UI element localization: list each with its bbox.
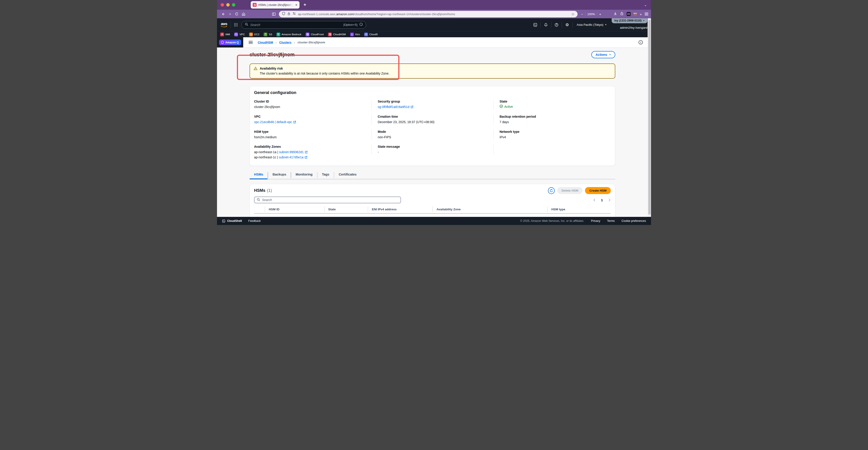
security-group-link[interactable]: sg-0f0fb8f1a816a951d (378, 105, 409, 109)
window-close-button[interactable] (221, 3, 224, 6)
bookmark-cloudfront[interactable]: CloudFront (306, 33, 324, 36)
browser-toolbar: ap-northeast-1.console.aws.amazon.com/cl… (217, 10, 651, 18)
cookie-preferences-link[interactable]: Cookie preferences (622, 219, 646, 223)
refresh-button[interactable] (548, 187, 555, 194)
actions-button[interactable]: Actions▼ (591, 51, 615, 58)
vertical-scrollbar[interactable] (648, 18, 651, 217)
external-link-icon (293, 121, 296, 124)
search-icon (245, 23, 248, 27)
bookmark-ec2[interactable]: EC2 (249, 33, 259, 36)
services-grid-icon[interactable] (234, 23, 238, 27)
field-label: Cluster ID (254, 100, 372, 103)
bookmark-cloudhsm[interactable]: CloudHSM (328, 33, 346, 36)
field-label: Security group (378, 100, 493, 103)
privacy-link[interactable]: Privacy (591, 219, 600, 223)
cloudhsm-icon (328, 33, 332, 36)
downloads-icon[interactable] (614, 12, 617, 16)
hsms-search[interactable] (254, 196, 401, 203)
column-header-az[interactable]: Availability Zone (432, 206, 547, 212)
new-tab-button[interactable]: + (304, 2, 306, 7)
console-search-input[interactable] (250, 23, 341, 27)
window-minimize-button[interactable] (226, 3, 230, 6)
aws-logo[interactable]: aws (221, 22, 227, 28)
aws-extension-icon[interactable]: aws (633, 12, 637, 15)
permissions-icon[interactable] (292, 12, 296, 16)
cloudfront-icon (306, 33, 309, 36)
bookmark-cloud9[interactable]: Cloud9 (364, 33, 377, 36)
tab-monitoring[interactable]: Monitoring (291, 172, 317, 179)
browser-tab[interactable]: HSMs | cluster-2licvj5jnom | Clo ✕ (251, 1, 300, 8)
back-icon[interactable] (220, 11, 226, 17)
tab-close-icon[interactable]: ✕ (295, 3, 298, 6)
side-nav-hamburger-icon[interactable] (249, 40, 253, 45)
scrollbar-thumb[interactable] (648, 20, 651, 215)
az-line-1: ap-northeast-1a | subnet-999362d1 (254, 150, 372, 155)
bookmark-vpc[interactable]: VPC (234, 33, 245, 36)
bookmark-s3[interactable]: S3 (264, 33, 272, 36)
page-previous-icon[interactable] (593, 198, 596, 202)
toolbar-right-icons: aws » (614, 12, 648, 16)
hsms-search-input[interactable] (262, 198, 398, 202)
bookmark-iam[interactable]: IAM (220, 33, 230, 36)
page-number[interactable]: 1 (601, 198, 603, 202)
subnet-link[interactable]: subnet-999362d1 (279, 150, 304, 154)
cloud9-icon (364, 33, 368, 36)
tab-hsms[interactable]: HSMs (250, 172, 268, 179)
share-icon[interactable] (620, 12, 624, 16)
info-icon[interactable]: i (639, 40, 643, 44)
sidebar-toggle-icon[interactable] (270, 11, 277, 17)
breadcrumb: CloudHSM › Clusters › cluster-2licvj5jno… (258, 40, 325, 44)
region-selector[interactable]: Asia Pacific (Tokyo)▼ (572, 18, 611, 31)
column-header-hsm-id[interactable]: HSM ID (265, 206, 324, 212)
reload-icon[interactable] (233, 11, 240, 17)
tab-backups[interactable]: Backups (268, 172, 291, 179)
page-next-icon[interactable] (608, 198, 611, 202)
help-icon[interactable] (551, 18, 562, 31)
aws-top-nav: aws [Option+S] ⚙ Asia Pacific (Tokyo)▼ (217, 18, 651, 31)
vpc-link[interactable]: vpc-21ecd846 | default-vpc (254, 120, 292, 124)
column-header-state[interactable]: State (324, 206, 368, 212)
zoom-out-icon[interactable]: − (581, 12, 583, 16)
amazon-q-button[interactable]: Amazon Q (219, 39, 241, 45)
bookmark-kiro[interactable]: Kiro (350, 33, 360, 36)
create-hsm-button[interactable]: Create HSM (585, 187, 611, 194)
shield-icon[interactable] (282, 12, 285, 16)
zoom-level[interactable]: 100% (587, 12, 595, 16)
bookmark-star-icon[interactable]: ☆ (571, 12, 575, 16)
row-radio-button[interactable] (257, 217, 258, 217)
cluster-id-value: cluster-2licvj5jnom (254, 105, 372, 109)
more-tools-icon[interactable]: » (640, 12, 642, 16)
tab-tags[interactable]: Tags (317, 172, 334, 179)
console-footer: CloudShell Feedback © 2025, Amazon Web S… (217, 217, 651, 225)
detail-tabs: HSMs Backups Monitoring Tags Certificate… (250, 172, 615, 180)
subnet-link[interactable]: subnet-417d5e1a (279, 155, 303, 159)
browser-window: HSMs | cluster-2licvj5jnom | Clo ✕ + ⌄ a… (217, 0, 651, 225)
breadcrumb-clusters[interactable]: Clusters (279, 41, 291, 44)
tab-list-chevron-icon[interactable]: ⌄ (644, 3, 647, 7)
zoom-in-icon[interactable]: + (599, 12, 601, 16)
column-header-eni[interactable]: ENI IPv4 address (368, 206, 432, 212)
feedback-link[interactable]: Feedback (248, 219, 260, 223)
table-row[interactable]: hsm-gzzegyieyg3 Active 172.31.33.199 ap-… (254, 214, 611, 217)
forward-icon[interactable] (226, 11, 233, 17)
delete-hsm-button[interactable]: Delete HSM (557, 187, 583, 194)
console-search[interactable]: [Option+S] (241, 21, 366, 29)
extension-icon[interactable] (627, 12, 631, 16)
window-zoom-button[interactable] (232, 3, 235, 6)
cloudshell-nav-icon[interactable] (530, 18, 540, 31)
cloudshell-button[interactable]: CloudShell (222, 219, 242, 223)
settings-gear-icon[interactable]: ⚙ (562, 18, 572, 31)
column-header-hsm-type[interactable]: HSM type (547, 206, 611, 212)
url-bar[interactable]: ap-northeast-1.console.aws.amazon.com/cl… (279, 11, 578, 18)
copyright-text: © 2025, Amazon Web Services, Inc. or its… (520, 219, 584, 223)
home-icon[interactable] (240, 11, 247, 17)
bookmark-amazon-bedrock[interactable]: Amazon Bedrock (276, 33, 302, 36)
breadcrumb-cloudhsm[interactable]: CloudHSM (258, 41, 273, 44)
notifications-bell-icon[interactable] (541, 18, 551, 31)
terms-link[interactable]: Terms (607, 219, 615, 223)
account-badge[interactable]: lxy (1331-2906-5110)▼ (612, 18, 647, 23)
s3-icon (264, 33, 268, 36)
kiro-icon (350, 33, 354, 36)
browser-menu-icon[interactable] (645, 12, 648, 16)
tab-certificates[interactable]: Certificates (334, 172, 361, 179)
